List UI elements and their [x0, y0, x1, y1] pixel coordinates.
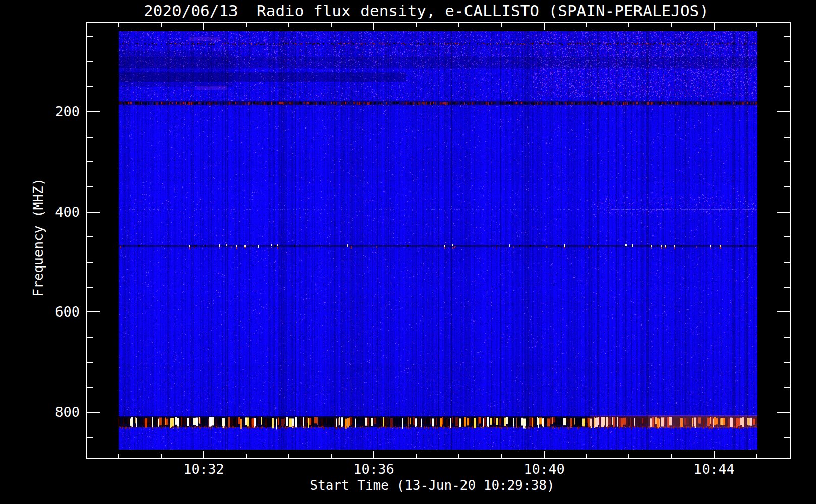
tick-mark	[714, 451, 715, 459]
tick-mark	[777, 412, 791, 413]
tick-mark	[416, 22, 417, 27]
spectrogram-page: 2020/06/13 Radio flux density, e-CALLIST…	[0, 0, 816, 504]
tick-mark	[86, 236, 93, 237]
x-tick-label-1036: 10:36	[331, 462, 417, 477]
y-tick-label-600: 600	[28, 304, 80, 320]
tick-mark	[416, 454, 417, 459]
tick-mark	[86, 212, 100, 213]
tick-mark	[784, 137, 791, 138]
tick-mark	[784, 387, 791, 388]
tick-mark	[784, 262, 791, 263]
tick-mark	[86, 287, 93, 288]
tick-mark	[586, 454, 587, 459]
tick-mark	[161, 22, 162, 27]
tick-mark	[784, 362, 791, 363]
tick-mark	[784, 61, 791, 62]
tick-mark	[784, 287, 791, 288]
tick-mark	[118, 454, 119, 459]
tick-mark	[246, 22, 247, 27]
tick-mark	[671, 454, 672, 459]
tick-mark	[544, 451, 545, 459]
tick-mark	[86, 262, 93, 263]
tick-mark	[784, 236, 791, 237]
tick-mark	[373, 22, 374, 30]
y-axis-title: Frequency (MHZ)	[31, 178, 46, 297]
tick-mark	[331, 22, 332, 27]
tick-mark	[288, 22, 289, 27]
tick-mark	[777, 212, 791, 213]
tick-mark	[784, 186, 791, 187]
tick-mark	[777, 311, 791, 312]
y-tick-label-200: 200	[28, 104, 80, 120]
tick-mark	[246, 454, 247, 459]
tick-mark	[86, 61, 93, 62]
tick-mark	[86, 186, 93, 187]
tick-mark	[501, 454, 502, 459]
tick-mark	[784, 437, 791, 438]
tick-mark	[86, 36, 93, 37]
tick-mark	[373, 451, 374, 459]
tick-mark	[777, 111, 791, 112]
tick-mark	[671, 22, 672, 27]
tick-mark	[203, 22, 204, 30]
x-tick-label-1044: 10:44	[671, 462, 757, 477]
tick-mark	[586, 22, 587, 27]
tick-mark	[86, 111, 100, 112]
plot-frame	[86, 22, 791, 459]
tick-mark	[628, 22, 629, 27]
y-tick-label-800: 800	[28, 404, 80, 420]
tick-mark	[86, 337, 93, 338]
tick-mark	[86, 437, 93, 438]
tick-mark	[161, 454, 162, 459]
tick-mark	[714, 22, 715, 30]
tick-mark	[756, 22, 757, 27]
tick-mark	[458, 22, 459, 27]
tick-mark	[628, 454, 629, 459]
tick-mark	[784, 161, 791, 162]
tick-mark	[544, 22, 545, 30]
x-tick-label-1032: 10:32	[161, 462, 247, 477]
x-tick-label-1040: 10:40	[501, 462, 587, 477]
tick-mark	[288, 454, 289, 459]
tick-mark	[784, 86, 791, 87]
tick-mark	[118, 22, 119, 27]
tick-mark	[784, 337, 791, 338]
tick-mark	[86, 137, 93, 138]
tick-mark	[203, 451, 204, 459]
tick-mark	[756, 454, 757, 459]
tick-mark	[86, 161, 93, 162]
x-axis-title: Start Time (13-Jun-20 10:29:38)	[310, 478, 554, 493]
tick-mark	[501, 22, 502, 27]
tick-mark	[86, 311, 100, 312]
tick-mark	[86, 86, 93, 87]
tick-mark	[86, 412, 100, 413]
chart-title: 2020/06/13 Radio flux density, e-CALLIST…	[144, 2, 709, 20]
tick-mark	[331, 454, 332, 459]
tick-mark	[784, 36, 791, 37]
tick-mark	[86, 362, 93, 363]
tick-mark	[458, 454, 459, 459]
tick-mark	[86, 387, 93, 388]
